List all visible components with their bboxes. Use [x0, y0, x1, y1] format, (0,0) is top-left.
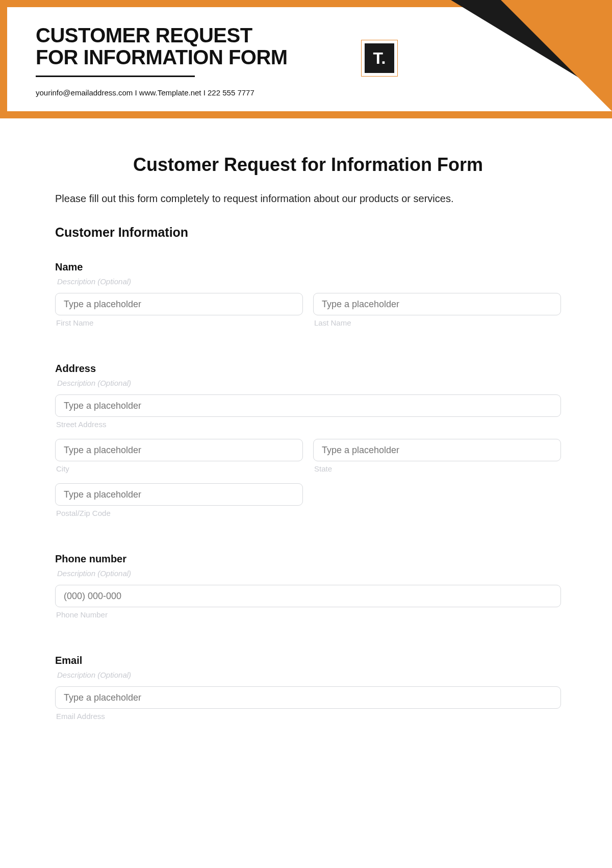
- title-underline: [36, 76, 195, 77]
- banner-title-line2: FOR INFORMATION FORM: [36, 46, 612, 68]
- form-title: Customer Request for Information Form: [55, 154, 561, 176]
- sublabel-email: Email Address: [56, 712, 561, 721]
- banner-title-line1: CUSTOMER REQUEST: [36, 24, 612, 46]
- last-name-input[interactable]: [313, 293, 561, 315]
- street-address-input[interactable]: [55, 394, 561, 417]
- desc-hint-phone: Description (Optional): [57, 569, 561, 578]
- sublabel-first-name: First Name: [56, 318, 303, 327]
- logo-text: T.: [365, 43, 394, 73]
- first-name-input[interactable]: [55, 293, 303, 315]
- section-customer-info: Customer Information: [55, 225, 561, 240]
- field-group-address: Address Description (Optional) Street Ad…: [55, 363, 561, 525]
- sublabel-state: State: [314, 464, 561, 473]
- sublabel-last-name: Last Name: [314, 318, 561, 327]
- label-address: Address: [55, 363, 561, 375]
- city-input[interactable]: [55, 439, 303, 461]
- label-phone: Phone number: [55, 553, 561, 565]
- label-email: Email: [55, 655, 561, 666]
- desc-hint-name: Description (Optional): [57, 277, 561, 286]
- sublabel-phone: Phone Number: [56, 610, 561, 619]
- field-group-name: Name Description (Optional) First Name L…: [55, 261, 561, 334]
- sublabel-street: Street Address: [56, 420, 561, 429]
- email-input[interactable]: [55, 686, 561, 709]
- sublabel-postal: Postal/Zip Code: [56, 509, 303, 517]
- field-group-phone: Phone number Description (Optional) Phon…: [55, 553, 561, 626]
- state-input[interactable]: [313, 439, 561, 461]
- form-intro: Please fill out this form completely to …: [55, 193, 561, 205]
- sublabel-city: City: [56, 464, 303, 473]
- desc-hint-address: Description (Optional): [57, 379, 561, 387]
- logo: T.: [361, 40, 398, 77]
- postal-input[interactable]: [55, 483, 303, 506]
- form-body: Customer Request for Information Form Pl…: [0, 118, 612, 728]
- phone-input[interactable]: [55, 585, 561, 607]
- label-name: Name: [55, 261, 561, 273]
- desc-hint-email: Description (Optional): [57, 671, 561, 679]
- contact-line: yourinfo@emailaddress.com I www.Template…: [36, 88, 612, 97]
- field-group-email: Email Description (Optional) Email Addre…: [55, 655, 561, 728]
- header-banner: CUSTOMER REQUEST FOR INFORMATION FORM yo…: [0, 0, 612, 118]
